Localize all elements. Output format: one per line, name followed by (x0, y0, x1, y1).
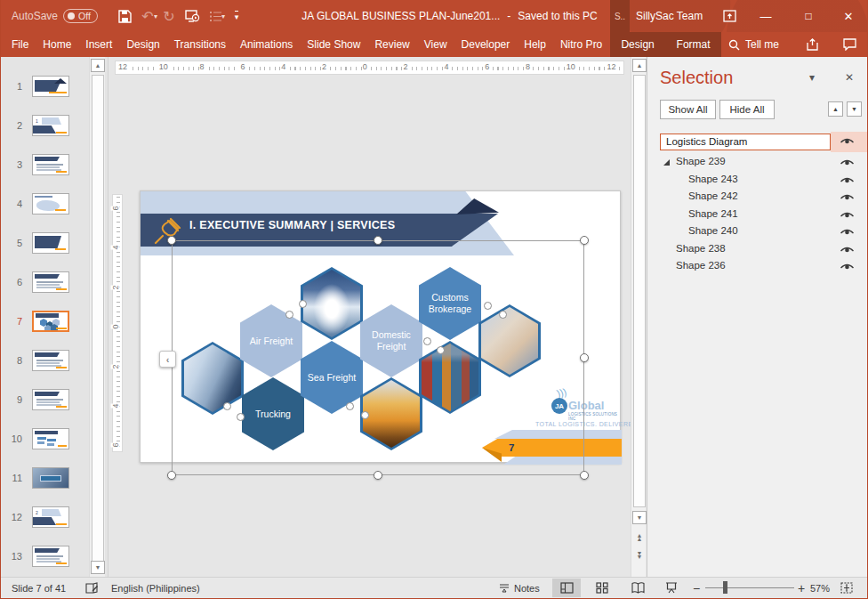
shape-handle-dot[interactable] (484, 302, 492, 310)
ribbon-display-options-icon[interactable] (716, 0, 743, 32)
slide-thumbnail-11[interactable] (32, 467, 69, 489)
shape-name-input[interactable]: Logistics Diagram (660, 134, 831, 150)
autosave-switch[interactable]: Off (63, 9, 98, 23)
autosave-toggle[interactable]: AutoSave Off (12, 0, 98, 32)
scroll-up-icon[interactable]: ▲ (632, 59, 647, 72)
selection-item-shape-240[interactable]: Shape 240 (647, 223, 868, 240)
shape-handle-dot[interactable] (223, 402, 231, 410)
slide-thumbnail-6[interactable] (32, 271, 69, 293)
selection-handle[interactable] (374, 471, 382, 480)
selection-item-shape-241[interactable]: Shape 241 (647, 206, 868, 223)
scroll-down-icon[interactable]: ▼ (632, 511, 647, 524)
slide-thumbnail-8[interactable] (32, 350, 69, 371)
selection-item-shape-236[interactable]: Shape 236 (647, 258, 868, 275)
shape-handle-dot[interactable] (423, 337, 431, 345)
slide-thumbnail-5[interactable] (32, 232, 69, 254)
send-backward-icon[interactable]: ▼ (847, 101, 862, 117)
notes-toggle[interactable]: Notes (499, 578, 540, 598)
eye-icon[interactable] (840, 175, 855, 184)
shape-handle-dot[interactable] (437, 346, 445, 354)
shape-handle-dot[interactable] (346, 402, 354, 410)
selection-handle[interactable] (167, 236, 176, 245)
eye-icon[interactable] (840, 210, 855, 219)
selection-handle[interactable] (580, 353, 589, 362)
pane-dropdown-icon[interactable]: ▾ (809, 71, 815, 84)
slide-thumbnail-4[interactable] (32, 193, 69, 215)
zoom-slider-track[interactable] (705, 587, 794, 588)
reading-view-icon[interactable] (623, 579, 652, 597)
shape-handle-dot[interactable] (299, 300, 307, 308)
bring-forward-icon[interactable]: ▲ (828, 101, 843, 117)
eye-icon[interactable] (840, 192, 855, 201)
selection-handle[interactable] (580, 236, 589, 245)
slide-thumbnail-7[interactable] (32, 311, 69, 332)
tab-file[interactable]: File (4, 32, 36, 57)
tab-transitions[interactable]: Transitions (167, 32, 233, 57)
eye-icon[interactable] (840, 227, 855, 236)
tab-insert[interactable]: Insert (78, 32, 119, 57)
previous-slide-icon[interactable]: ▲▲ (632, 530, 647, 544)
selection-handle[interactable] (167, 471, 176, 480)
save-icon[interactable] (113, 4, 136, 28)
eye-icon[interactable] (840, 158, 855, 166)
start-presentation-icon[interactable] (181, 4, 204, 28)
main-scrollbar[interactable]: ▲ ▼ ▲▲ ▼▼ (631, 57, 646, 577)
tab-slide-show[interactable]: Slide Show (300, 32, 367, 57)
avatar[interactable]: S.. (610, 0, 630, 32)
redo-icon[interactable]: ↻ (157, 4, 181, 28)
slideshow-icon[interactable] (657, 579, 686, 597)
slide-indicator[interactable]: Slide 7 of 41 (12, 578, 66, 598)
numbered-list-dropdown-icon[interactable]: ▾ (221, 12, 225, 20)
selection-item-shape-238[interactable]: Shape 238 (647, 241, 868, 258)
contextual-tab-format[interactable]: Format (670, 32, 718, 57)
shape-handle-dot[interactable] (237, 413, 245, 421)
slide-thumbnail-2[interactable]: 1 (32, 115, 69, 136)
scroll-thumb[interactable] (633, 75, 646, 507)
tab-help[interactable]: Help (517, 32, 553, 57)
account-name[interactable]: SillySac Team (636, 0, 703, 32)
pane-close-icon[interactable]: ✕ (845, 71, 854, 84)
contextual-tab-design[interactable]: Design (614, 32, 661, 57)
hide-all-button[interactable]: Hide All (719, 100, 775, 119)
slide-thumbnail-3[interactable] (32, 154, 69, 175)
share-icon[interactable] (800, 32, 824, 57)
selection-handle[interactable] (580, 471, 589, 480)
tab-review[interactable]: Review (367, 32, 416, 57)
zoom-percentage[interactable]: 57% (810, 578, 830, 598)
selection-item-shape-243[interactable]: Shape 243 (647, 172, 868, 189)
comment-icon[interactable] (837, 32, 862, 57)
shape-handle-dot[interactable] (361, 411, 369, 419)
eye-icon[interactable] (840, 262, 855, 271)
zoom-slider-thumb[interactable] (723, 581, 727, 594)
slide-thumbnail-13[interactable] (32, 546, 69, 567)
zoom-in-icon[interactable]: + (798, 578, 805, 598)
thumb-scroll-up-icon[interactable]: ▲ (91, 59, 105, 72)
eye-icon[interactable] (840, 136, 855, 145)
slide-title[interactable]: I. EXECUTIVE SUMMARY | SERVICES (189, 219, 395, 231)
slide-sorter-icon[interactable] (588, 579, 616, 597)
tell-me-box[interactable]: Tell me (728, 32, 779, 57)
customize-qat-icon[interactable]: ▾ (225, 4, 248, 28)
thumb-scroll-down-icon[interactable]: ▼ (91, 561, 105, 574)
selection-handle[interactable] (374, 236, 382, 245)
close-button[interactable]: ✕ (835, 0, 862, 32)
thumbnail-scrollbar[interactable]: ▲ ▼ (89, 57, 105, 577)
tab-home[interactable]: Home (36, 32, 78, 57)
slide-thumbnail-10[interactable] (32, 428, 69, 449)
thumb-scroll-thumb[interactable] (92, 75, 104, 573)
expanded-triangle-icon[interactable] (663, 159, 670, 166)
selection-item-shape-239[interactable]: Shape 239 (647, 154, 868, 171)
maximize-button[interactable]: □ (795, 0, 822, 32)
show-all-button[interactable]: Show All (660, 100, 716, 119)
normal-view-icon[interactable] (552, 579, 581, 597)
slide-thumbnail-12[interactable]: 2 (32, 506, 69, 528)
tab-animations[interactable]: Animations (233, 32, 300, 57)
proofing-icon[interactable] (85, 578, 99, 598)
shape-handle-dot[interactable] (499, 311, 507, 319)
shape-handle-dot[interactable] (285, 311, 293, 319)
tab-nitro-pro[interactable]: Nitro Pro (553, 32, 609, 57)
slide-thumbnail-9[interactable] (32, 389, 69, 410)
tab-view[interactable]: View (417, 32, 454, 57)
next-slide-icon[interactable]: ▼▼ (632, 548, 647, 562)
tab-design[interactable]: Design (119, 32, 166, 57)
